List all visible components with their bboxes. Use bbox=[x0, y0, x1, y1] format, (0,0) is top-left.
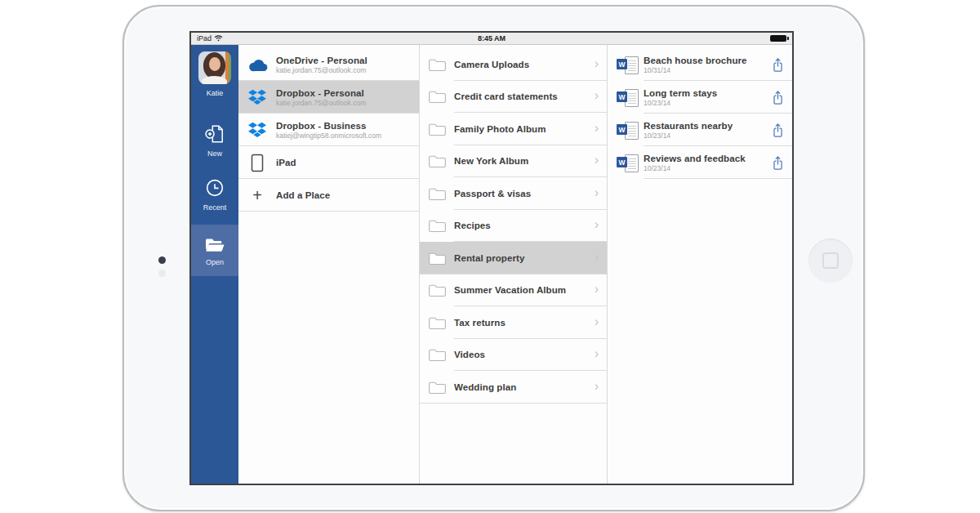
plus-icon: + bbox=[238, 187, 276, 203]
place-name: Add a Place bbox=[276, 190, 330, 200]
folder-row-wedding-plan[interactable]: Wedding plan › bbox=[420, 371, 607, 404]
avatar[interactable] bbox=[198, 51, 231, 84]
word-document-icon: W bbox=[616, 56, 644, 74]
documents-panel: W Beach house brochure 10/31/14 W bbox=[607, 45, 792, 484]
sidebar-item-open[interactable]: Open bbox=[191, 225, 238, 276]
place-row-onedrive-personal[interactable]: OneDrive - Personal katie.jordan.75@outl… bbox=[238, 48, 419, 81]
folder-row-rental-property[interactable]: Rental property › bbox=[420, 242, 607, 274]
user-name-label: Katie bbox=[207, 89, 224, 97]
share-button[interactable] bbox=[772, 155, 784, 171]
folder-name: Recipes bbox=[454, 221, 491, 230]
document-name: Reviews and feedback bbox=[644, 154, 746, 163]
document-date: 10/31/14 bbox=[644, 66, 747, 74]
folder-icon bbox=[428, 283, 454, 297]
document-row-beach-house-brochure[interactable]: W Beach house brochure 10/31/14 bbox=[608, 48, 792, 81]
open-folder-icon bbox=[204, 236, 226, 255]
document-name: Long term stays bbox=[644, 88, 717, 98]
share-button[interactable] bbox=[772, 123, 784, 138]
folder-row-family-photo-album[interactable]: Family Photo Album › bbox=[420, 113, 607, 145]
folder-icon bbox=[428, 186, 454, 201]
chevron-right-icon: › bbox=[595, 89, 599, 104]
share-button[interactable] bbox=[772, 90, 784, 105]
avatar-face bbox=[209, 57, 220, 71]
chevron-right-icon: › bbox=[595, 347, 599, 362]
place-row-ipad[interactable]: iPad bbox=[238, 146, 419, 179]
folder-icon bbox=[428, 380, 454, 395]
folder-row-new-york-album[interactable]: New York Album › bbox=[420, 145, 607, 178]
places-panel: OneDrive - Personal katie.jordan.75@outl… bbox=[238, 45, 419, 484]
sidebar-item-label: Open bbox=[206, 258, 224, 266]
document-row-reviews-and-feedback[interactable]: W Reviews and feedback 10/23/14 bbox=[608, 146, 792, 179]
sidebar-item-recent[interactable]: Recent bbox=[191, 169, 238, 218]
chevron-right-icon: › bbox=[595, 315, 599, 330]
folder-row-summer-vacation-album[interactable]: Summer Vacation Album › bbox=[420, 274, 607, 307]
sidebar-item-label: Recent bbox=[203, 203, 227, 212]
folder-name: New York Album bbox=[454, 156, 528, 166]
document-row-long-term-stays[interactable]: W Long term stays 10/23/14 bbox=[608, 81, 792, 114]
chevron-right-icon: › bbox=[595, 154, 599, 168]
place-name: Dropbox - Business bbox=[276, 121, 381, 131]
chevron-right-icon: › bbox=[595, 218, 599, 233]
folder-icon bbox=[428, 122, 454, 136]
folder-row-recipes[interactable]: Recipes › bbox=[420, 210, 607, 243]
ipad-device-icon bbox=[238, 154, 276, 172]
status-time: 8:45 AM bbox=[478, 34, 506, 42]
document-date: 10/23/14 bbox=[644, 164, 746, 172]
avatar-shirt bbox=[202, 76, 227, 84]
dropbox-icon bbox=[238, 89, 276, 105]
folder-icon bbox=[428, 218, 454, 233]
folder-icon bbox=[428, 251, 454, 265]
place-row-dropbox-personal[interactable]: Dropbox - Personal katie.jordan.75@outlo… bbox=[238, 81, 419, 114]
document-name: Beach house brochure bbox=[644, 56, 747, 65]
marketing-canvas: iPad 8:45 AM K bbox=[0, 0, 980, 513]
folder-icon bbox=[428, 57, 454, 72]
folder-row-tax-returns[interactable]: Tax returns › bbox=[420, 306, 607, 339]
folder-icon bbox=[428, 347, 454, 362]
sidebar-item-new[interactable]: New bbox=[191, 115, 238, 164]
place-row-dropbox-business[interactable]: Dropbox - Business katiej@wingtip58.onmi… bbox=[238, 114, 419, 146]
folder-name: Rental property bbox=[454, 253, 525, 263]
ipad-device-frame: iPad 8:45 AM K bbox=[122, 5, 865, 511]
status-bar: iPad 8:45 AM bbox=[191, 33, 792, 45]
folder-icon bbox=[428, 315, 454, 330]
document-name: Restaurants nearby bbox=[644, 121, 733, 131]
chevron-right-icon: › bbox=[595, 251, 599, 265]
share-button[interactable] bbox=[772, 57, 784, 73]
folder-icon bbox=[428, 154, 454, 168]
folder-row-credit-card-statements[interactable]: Credit card statements › bbox=[420, 81, 607, 114]
document-date: 10/23/14 bbox=[644, 99, 717, 107]
word-document-icon: W bbox=[616, 154, 644, 172]
recent-clock-icon bbox=[204, 177, 225, 200]
chevron-right-icon: › bbox=[595, 57, 599, 72]
home-button[interactable] bbox=[808, 239, 853, 283]
chevron-right-icon: › bbox=[595, 283, 599, 297]
document-row-restaurants-nearby[interactable]: W Restaurants nearby 10/23/14 bbox=[608, 114, 792, 146]
folder-name: Tax returns bbox=[454, 318, 506, 328]
word-document-icon: W bbox=[616, 121, 644, 139]
folder-name: Family Photo Album bbox=[454, 124, 546, 134]
sidebar-item-label: New bbox=[207, 149, 222, 158]
document-date: 10/23/14 bbox=[644, 132, 733, 140]
chevron-right-icon: › bbox=[595, 122, 599, 136]
folder-name: Passport & visas bbox=[454, 189, 531, 199]
place-account: katiej@wingtip58.onmicrosoft.com bbox=[276, 132, 381, 140]
folder-icon bbox=[428, 89, 454, 104]
folder-row-camera-uploads[interactable]: Camera Uploads › bbox=[420, 48, 607, 81]
place-row-add-a-place[interactable]: + Add a Place bbox=[238, 179, 419, 212]
folder-name: Summer Vacation Album bbox=[454, 285, 566, 295]
battery-icon bbox=[770, 35, 786, 42]
dropbox-icon bbox=[238, 122, 276, 138]
place-account: katie.jordan.75@outlook.com bbox=[276, 66, 368, 74]
word-document-icon: W bbox=[616, 88, 644, 106]
new-document-icon bbox=[204, 123, 225, 146]
folder-name: Credit card statements bbox=[454, 91, 558, 101]
place-name: iPad bbox=[276, 158, 296, 167]
front-camera bbox=[158, 256, 166, 264]
folder-name: Camera Uploads bbox=[454, 60, 529, 69]
place-name: Dropbox - Personal bbox=[276, 88, 366, 98]
place-name: OneDrive - Personal bbox=[276, 56, 368, 65]
folder-name: Videos bbox=[454, 350, 485, 359]
folder-row-passport-visas[interactable]: Passport & visas › bbox=[420, 177, 607, 210]
folder-row-videos[interactable]: Videos › bbox=[420, 339, 607, 372]
ipad-screen: iPad 8:45 AM K bbox=[189, 31, 794, 485]
